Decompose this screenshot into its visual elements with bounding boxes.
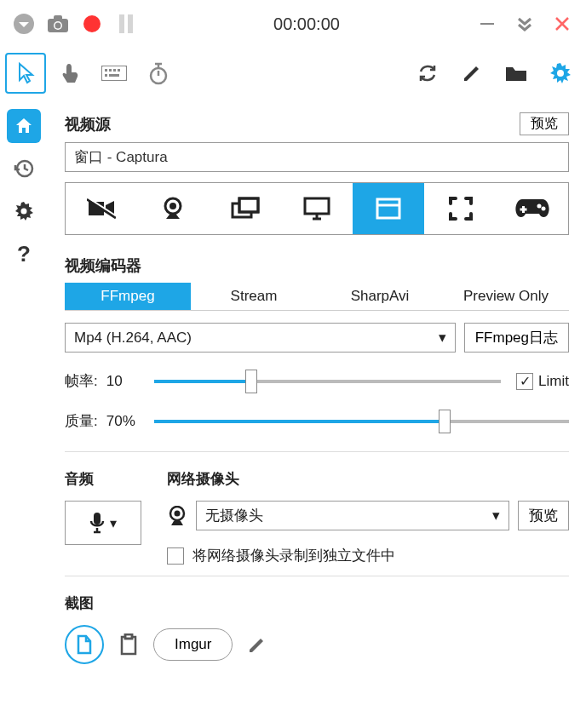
refresh-icon[interactable] (407, 53, 448, 94)
limit-label: Limit (538, 373, 569, 390)
camera-icon[interactable] (41, 7, 75, 41)
no-video-icon[interactable] (66, 183, 137, 234)
quality-slider[interactable] (154, 420, 569, 423)
window-icon[interactable] (353, 183, 424, 234)
svg-point-39 (537, 204, 541, 209)
encoder-format-select[interactable]: Mp4 (H.264, AAC) ▾ (65, 323, 456, 353)
webcam-icon (167, 506, 187, 526)
video-source-preview-button[interactable]: 预览 (520, 112, 569, 135)
file-icon (76, 634, 93, 655)
limit-checkbox[interactable]: ✓ (516, 373, 533, 390)
sidebar-home[interactable] (7, 109, 41, 143)
svg-rect-13 (109, 69, 112, 72)
svg-rect-11 (101, 66, 127, 81)
encoder-format-value: Mp4 (H.264, AAC) (74, 330, 192, 347)
svg-rect-37 (377, 199, 399, 218)
svg-rect-14 (113, 69, 116, 72)
svg-rect-17 (109, 74, 119, 77)
quality-label: 质量: (65, 411, 98, 431)
mic-icon (89, 512, 105, 534)
quality-value: 70% (106, 413, 146, 430)
game-icon[interactable] (497, 183, 568, 234)
svg-point-40 (541, 207, 545, 211)
svg-point-26 (21, 209, 27, 215)
encoder-tab-preview[interactable]: Preview Only (443, 283, 569, 310)
video-source-title: 视频源 (65, 114, 111, 135)
fps-slider[interactable] (154, 380, 501, 383)
svg-rect-7 (128, 14, 133, 33)
video-source-input[interactable]: 窗口 - Captura (65, 142, 569, 172)
titlebar: 00:00:00 (0, 0, 586, 48)
svg-point-47 (175, 510, 181, 516)
imgur-button[interactable]: Imgur (153, 628, 233, 661)
timer-tool[interactable] (138, 53, 179, 94)
encoder-tabs: FFmpeg Stream SharpAvi Preview Only (65, 283, 569, 311)
audio-title: 音频 (65, 469, 141, 489)
click-tool[interactable] (49, 53, 90, 94)
svg-point-30 (169, 203, 176, 209)
screens-icon[interactable] (210, 183, 281, 234)
pause-button (109, 7, 143, 41)
fps-label: 帧率: (65, 371, 98, 391)
desktop-icon[interactable] (281, 183, 353, 234)
save-to-disk-button[interactable] (65, 625, 104, 664)
webcam-value: 无摄像头 (205, 506, 263, 525)
svg-point-5 (83, 15, 101, 32)
encoder-tab-stream[interactable]: Stream (191, 283, 317, 310)
ffmpeg-log-button[interactable]: FFmpeg日志 (464, 323, 569, 353)
chevron-down-icon: ▾ (492, 507, 500, 525)
sidebar: ? (0, 99, 48, 728)
separate-file-checkbox[interactable] (167, 547, 184, 565)
webcam-select[interactable]: 无摄像头 ▾ (196, 501, 509, 530)
svg-point-4 (55, 23, 61, 29)
keyboard-tool[interactable] (94, 53, 135, 94)
minimize-button[interactable] (470, 7, 504, 41)
svg-rect-32 (239, 198, 258, 212)
source-type-selector (65, 182, 569, 235)
settings-icon[interactable] (540, 53, 581, 94)
sidebar-settings[interactable] (7, 194, 41, 228)
encoder-tab-ffmpeg[interactable]: FFmpeg (65, 283, 191, 310)
separate-file-label: 将网络摄像头录制到独立文件中 (192, 546, 395, 565)
timer-display: 00:00:00 (143, 14, 470, 34)
divider (65, 576, 569, 576)
webcam-title: 网络摄像头 (167, 469, 569, 489)
svg-rect-42 (520, 209, 526, 211)
screenshot-title: 截图 (65, 593, 569, 613)
divider (65, 451, 569, 452)
record-button[interactable] (75, 7, 109, 41)
sidebar-history[interactable] (7, 152, 41, 186)
svg-rect-15 (118, 69, 120, 72)
svg-rect-6 (119, 14, 124, 33)
main-panel: 视频源 预览 窗口 - Captura (48, 99, 586, 728)
encoder-title: 视频编码器 (65, 255, 569, 276)
edit-button[interactable] (248, 635, 267, 654)
svg-rect-12 (105, 69, 107, 72)
cursor-tool[interactable] (5, 53, 46, 94)
menu-button[interactable] (7, 7, 41, 41)
svg-point-23 (557, 70, 564, 77)
fps-value: 10 (106, 373, 146, 390)
chevron-down-icon: ▾ (110, 515, 117, 531)
audio-dropdown[interactable]: ▾ (65, 501, 141, 545)
sidebar-help[interactable]: ? (7, 237, 41, 271)
svg-rect-34 (305, 198, 329, 214)
svg-rect-43 (94, 513, 101, 525)
clipboard-button[interactable] (119, 633, 138, 656)
svg-rect-2 (54, 15, 62, 20)
webcam-preview-button[interactable]: 预览 (518, 501, 569, 530)
brush-icon[interactable] (451, 53, 492, 94)
toolbar (0, 48, 586, 99)
svg-rect-16 (105, 74, 107, 77)
region-icon[interactable] (424, 183, 496, 234)
encoder-tab-sharpavi[interactable]: SharpAvi (317, 283, 443, 310)
webcam-source-icon[interactable] (137, 183, 209, 234)
close-button[interactable] (545, 7, 579, 41)
chevron-down-icon: ▾ (439, 329, 446, 347)
folder-icon[interactable] (496, 53, 537, 94)
clipboard-icon (119, 633, 138, 656)
pencil-icon (248, 635, 267, 654)
collapse-button[interactable] (508, 7, 542, 41)
